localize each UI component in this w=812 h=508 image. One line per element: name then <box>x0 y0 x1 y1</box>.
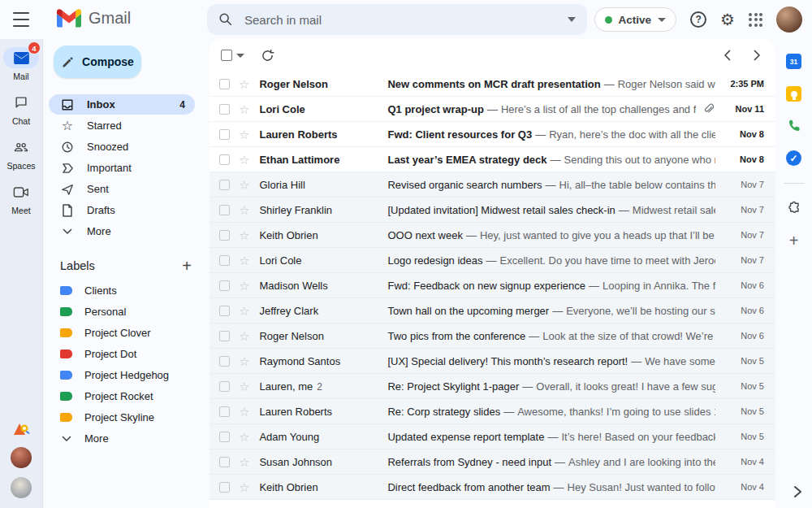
row-star-icon[interactable]: ☆ <box>239 78 249 90</box>
row-checkbox[interactable] <box>219 129 230 140</box>
email-row[interactable]: ☆ Lauren, me2 Re: Project Skylight 1-pag… <box>209 374 775 399</box>
label-item[interactable]: Personal <box>49 302 195 322</box>
row-checkbox[interactable] <box>219 255 230 266</box>
label-item[interactable]: Clients <box>49 280 195 301</box>
label-item[interactable]: Project Dot <box>49 344 195 364</box>
row-star-icon[interactable]: ☆ <box>239 179 249 191</box>
contact-avatar-2[interactable] <box>11 477 32 498</box>
email-row[interactable]: ☆ Lauren Roberts Fwd: Client resources f… <box>209 122 775 147</box>
row-checkbox[interactable] <box>219 104 230 115</box>
row-star-icon[interactable]: ☆ <box>239 204 249 216</box>
row-checkbox[interactable] <box>219 306 230 316</box>
row-checkbox[interactable] <box>219 280 230 291</box>
google-apps-icon[interactable] <box>749 13 762 27</box>
search-bar[interactable] <box>207 4 587 35</box>
row-checkbox[interactable] <box>219 205 230 215</box>
email-row[interactable]: ☆ Gloria Hill Revised organic search num… <box>209 172 775 198</box>
folder-sent[interactable]: Sent <box>49 179 195 199</box>
folder-important[interactable]: Important <box>49 158 195 178</box>
row-checkbox[interactable] <box>219 432 230 442</box>
row-checkbox[interactable] <box>219 457 230 467</box>
email-row[interactable]: ☆ Lori Cole Q1 project wrap-up—Here’s a … <box>209 97 775 122</box>
search-options-caret-icon[interactable] <box>568 17 576 22</box>
row-star-icon[interactable]: ☆ <box>239 128 249 141</box>
brand-logo[interactable] <box>11 420 31 438</box>
email-row[interactable]: ☆ Ethan Lattimore Last year’s EMEA strat… <box>209 147 775 172</box>
label-item[interactable]: Project Hedgehog <box>49 365 195 385</box>
email-row[interactable]: ☆ Lauren Roberts Re: Corp strategy slide… <box>209 399 775 424</box>
tasks-icon[interactable]: ✓ <box>786 150 801 166</box>
chat-status-selector[interactable]: Active <box>594 7 677 32</box>
email-date: Nov 7 <box>723 255 764 265</box>
newer-page-icon[interactable] <box>723 50 731 61</box>
rail-item-spaces[interactable]: Spaces <box>3 137 39 171</box>
expand-panel-chevron-icon[interactable] <box>793 485 802 498</box>
row-star-icon[interactable]: ☆ <box>239 481 249 493</box>
email-row[interactable]: ☆ Adam Young Updated expense report temp… <box>209 424 775 449</box>
labels-more-toggle[interactable]: More <box>49 428 195 449</box>
profile-avatar[interactable] <box>776 7 802 33</box>
label-item[interactable]: Project Clover <box>49 323 195 343</box>
folder-drafts[interactable]: Drafts <box>49 200 195 220</box>
row-checkbox[interactable] <box>219 482 230 493</box>
row-star-icon[interactable]: ☆ <box>239 456 249 468</box>
row-star-icon[interactable]: ☆ <box>239 280 249 292</box>
compose-button[interactable]: Compose <box>54 46 141 78</box>
search-input[interactable] <box>243 12 568 28</box>
row-star-icon[interactable]: ☆ <box>239 305 249 317</box>
addons-puzzle-icon[interactable] <box>787 201 801 215</box>
settings-gear-icon[interactable]: ⚙ <box>720 11 735 28</box>
row-star-icon[interactable]: ☆ <box>239 229 249 241</box>
contact-avatar-1[interactable] <box>11 447 32 468</box>
email-row[interactable]: ☆ Raymond Santos [UX] Special delivery! … <box>209 349 775 374</box>
row-checkbox[interactable] <box>219 406 230 417</box>
keep-icon[interactable] <box>786 86 801 102</box>
row-star-icon[interactable]: ☆ <box>239 103 249 115</box>
row-checkbox[interactable] <box>219 381 230 392</box>
email-row[interactable]: ☆ Susan Johnson Referrals from Sydney - … <box>209 449 775 475</box>
email-row[interactable]: ☆ Jeffrey Clark Town hall on the upcomin… <box>209 298 775 323</box>
get-addons-plus-icon[interactable]: + <box>789 232 799 249</box>
folders-more-toggle[interactable]: More <box>49 221 195 241</box>
refresh-icon[interactable] <box>261 49 274 63</box>
create-label-button[interactable]: + <box>182 258 192 274</box>
row-star-icon[interactable]: ☆ <box>239 330 249 342</box>
email-row[interactable]: ☆ Shirley Franklin [Updated invitation] … <box>209 198 775 223</box>
row-star-icon[interactable]: ☆ <box>239 380 249 393</box>
row-star-icon[interactable]: ☆ <box>239 431 249 443</box>
rail-item-chat[interactable]: Chat <box>3 92 39 126</box>
rail-item-mail[interactable]: 4 Mail <box>3 47 39 81</box>
email-row[interactable]: ☆ Keith Obrien Direct feedback from anot… <box>209 475 775 500</box>
label-item[interactable]: Project Rocket <box>49 386 195 406</box>
email-row[interactable]: ☆ Madison Wells Fwd: Feedback on new sig… <box>209 273 775 298</box>
row-checkbox[interactable] <box>219 230 230 241</box>
older-page-icon[interactable] <box>754 50 761 61</box>
main-menu-icon[interactable] <box>13 12 29 27</box>
row-star-icon[interactable]: ☆ <box>239 406 249 418</box>
row-checkbox[interactable] <box>219 356 230 367</box>
rail-item-meet[interactable]: Meet <box>3 181 39 215</box>
help-icon[interactable]: ? <box>690 11 706 28</box>
folder-snoozed[interactable]: Snoozed <box>49 137 195 157</box>
email-row[interactable]: ☆ Keith Obrien OOO next week—Hey, just w… <box>209 223 775 248</box>
row-checkbox[interactable] <box>219 180 230 190</box>
row-star-icon[interactable]: ☆ <box>239 355 249 367</box>
meet-icon <box>13 186 29 198</box>
row-checkbox[interactable] <box>219 331 230 341</box>
calendar-icon[interactable]: 31 <box>786 54 801 69</box>
select-options-caret-icon[interactable] <box>236 54 244 58</box>
folder-inbox[interactable]: Inbox 4 <box>49 94 195 115</box>
email-row[interactable]: ☆ Roger Nelson Two pics from the confere… <box>209 323 775 349</box>
row-checkbox[interactable] <box>219 79 230 89</box>
voice-phone-icon[interactable] <box>787 119 801 133</box>
folder-starred[interactable]: ☆ Starred <box>49 115 195 136</box>
email-row[interactable]: ☆ Lori Cole Logo redesign ideas—Excellen… <box>209 248 775 273</box>
gmail-logo[interactable]: Gmail <box>57 9 131 28</box>
email-row[interactable]: ☆ Roger Nelson New comments on MCR draft… <box>209 72 775 97</box>
label-item[interactable]: Project Skyline <box>49 407 195 428</box>
select-all-checkbox[interactable] <box>221 50 232 61</box>
email-date: Nov 5 <box>723 406 764 416</box>
row-star-icon[interactable]: ☆ <box>239 154 249 166</box>
row-star-icon[interactable]: ☆ <box>239 254 249 267</box>
row-checkbox[interactable] <box>219 154 230 165</box>
